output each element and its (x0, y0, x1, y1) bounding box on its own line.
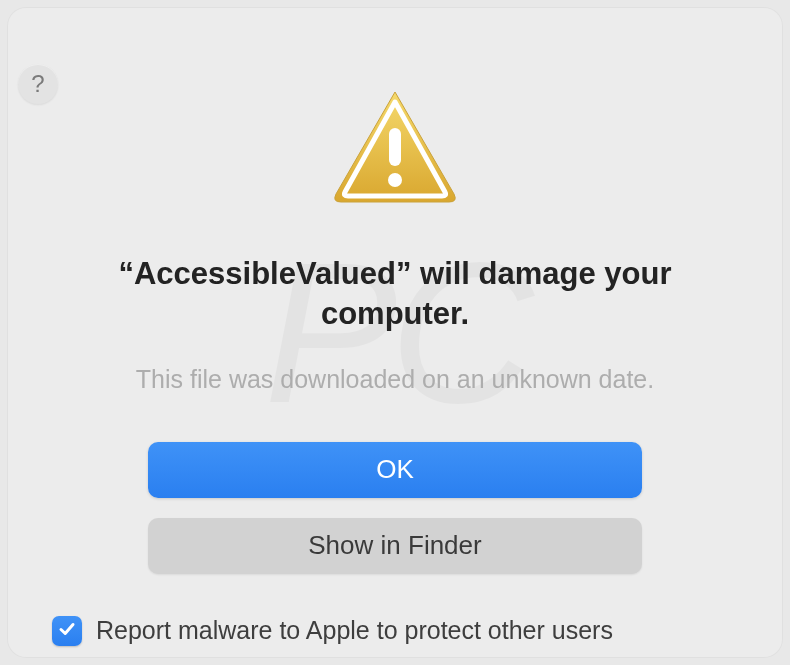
report-malware-label: Report malware to Apple to protect other… (96, 616, 613, 645)
show-in-finder-button[interactable]: Show in Finder (148, 518, 642, 574)
svg-rect-0 (389, 128, 401, 166)
message-app-name: AccessibleValued (134, 256, 396, 291)
warning-icon (330, 86, 460, 210)
dialog-submessage: This file was downloaded on an unknown d… (48, 365, 742, 394)
button-container: OK Show in Finder (48, 442, 742, 574)
checkmark-icon (57, 619, 77, 643)
report-malware-row: Report malware to Apple to protect other… (48, 616, 742, 646)
alert-dialog: PC ? “AccessibleValued” will damage your… (8, 8, 782, 657)
dialog-icon-container (48, 86, 742, 210)
report-malware-checkbox[interactable] (52, 616, 82, 646)
svg-point-1 (388, 173, 402, 187)
message-quote-open: “ (118, 256, 134, 291)
question-mark-icon: ? (31, 70, 44, 98)
ok-button[interactable]: OK (148, 442, 642, 498)
dialog-message: “AccessibleValued” will damage your comp… (48, 254, 742, 335)
